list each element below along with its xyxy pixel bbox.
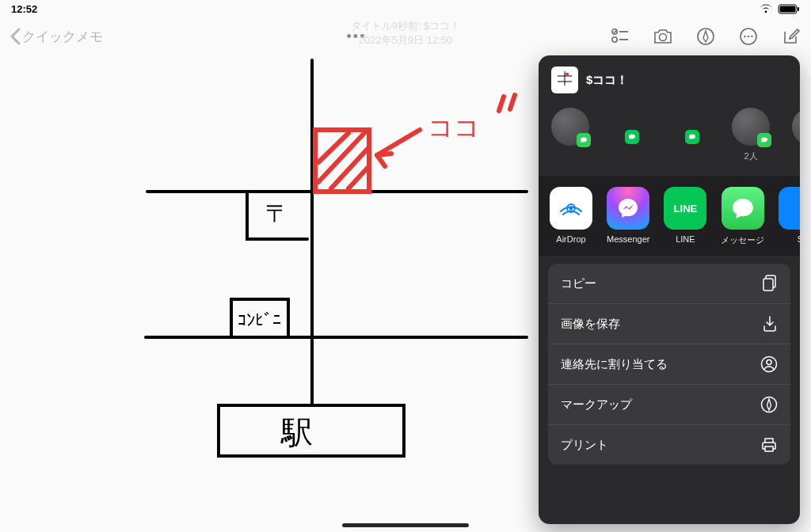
app-line[interactable]: LINE LINE bbox=[664, 187, 706, 246]
svg-point-7 bbox=[660, 34, 667, 41]
svg-point-10 bbox=[744, 36, 745, 37]
action-markup[interactable]: マークアップ bbox=[548, 384, 790, 424]
action-label: コピー bbox=[561, 276, 596, 291]
status-bar: 12:52 bbox=[0, 0, 811, 17]
svg-line-22 bbox=[348, 168, 367, 188]
print-icon bbox=[760, 436, 778, 454]
app-airdrop[interactable]: AirDrop bbox=[550, 187, 592, 246]
message-badge-icon bbox=[577, 133, 591, 147]
overflow-dots-icon[interactable]: ••• bbox=[347, 28, 367, 45]
share-contact[interactable] bbox=[551, 108, 589, 165]
more-circle-icon[interactable] bbox=[738, 26, 759, 47]
svg-line-21 bbox=[331, 149, 367, 188]
status-time: 12:52 bbox=[11, 3, 37, 15]
share-apps-row: AirDrop Messenger LINE LINE メッセージ S bbox=[539, 176, 800, 256]
svg-point-5 bbox=[612, 37, 617, 42]
app-label: S bbox=[798, 234, 800, 244]
app-label: AirDrop bbox=[556, 234, 585, 244]
line-badge-icon bbox=[625, 130, 639, 144]
sketch-koko-label: ココ bbox=[428, 113, 480, 142]
svg-line-24 bbox=[499, 97, 504, 111]
camera-icon[interactable] bbox=[653, 26, 673, 47]
action-label: 画像を保存 bbox=[561, 317, 620, 332]
svg-line-25 bbox=[510, 95, 515, 109]
contact-label: 2人 bbox=[744, 150, 757, 162]
share-actions: コピー 画像を保存 連絡先に割り当てる マークアップ プリント bbox=[539, 256, 800, 524]
svg-point-31 bbox=[569, 207, 573, 211]
action-print[interactable]: プリント bbox=[548, 424, 790, 465]
extra-app-icon bbox=[779, 187, 800, 230]
app-label: メッセージ bbox=[721, 234, 764, 246]
share-contact[interactable]: 2人 bbox=[732, 108, 770, 165]
battery-icon bbox=[778, 4, 800, 14]
copy-icon bbox=[762, 275, 778, 292]
action-label: マークアップ bbox=[561, 397, 632, 412]
app-messenger[interactable]: Messenger bbox=[607, 187, 649, 246]
svg-line-23 bbox=[377, 130, 420, 155]
sketch-station-label: 駅 bbox=[280, 415, 313, 450]
svg-point-35 bbox=[767, 360, 771, 365]
avatar bbox=[732, 108, 770, 146]
action-copy[interactable]: コピー bbox=[548, 264, 790, 303]
markup-pen-icon[interactable] bbox=[695, 26, 716, 47]
share-sheet: $ココ！ 2人 AirDrop bbox=[539, 55, 800, 524]
svg-rect-2 bbox=[798, 7, 799, 11]
share-contact[interactable] bbox=[672, 108, 710, 165]
svg-rect-1 bbox=[780, 6, 796, 12]
back-button[interactable]: クイックメモ bbox=[10, 28, 103, 46]
share-thumbnail bbox=[551, 66, 578, 93]
line-badge-icon bbox=[685, 130, 699, 144]
back-label: クイックメモ bbox=[22, 28, 103, 46]
message-badge-icon bbox=[757, 133, 771, 147]
action-save-image[interactable]: 画像を保存 bbox=[548, 303, 790, 344]
share-contacts-row: 2人 bbox=[539, 103, 800, 176]
share-contact[interactable] bbox=[611, 108, 649, 165]
app-message[interactable]: メッセージ bbox=[721, 187, 764, 246]
message-icon bbox=[722, 187, 764, 230]
download-icon bbox=[762, 315, 778, 332]
home-indicator bbox=[342, 523, 469, 527]
avatar bbox=[792, 108, 800, 146]
wifi-icon bbox=[759, 4, 773, 13]
svg-point-12 bbox=[751, 36, 752, 37]
sketch-post-label: 〒 bbox=[265, 200, 289, 226]
svg-point-11 bbox=[748, 36, 749, 37]
airdrop-icon bbox=[550, 187, 592, 230]
contact-icon bbox=[760, 355, 778, 373]
avatar bbox=[551, 108, 589, 146]
action-label: 連絡先に割り当てる bbox=[561, 357, 668, 372]
chevron-left-icon bbox=[10, 28, 21, 45]
share-title: $ココ！ bbox=[586, 73, 628, 88]
sketch-conv-label: ｺﾝﾋﾞﾆ bbox=[238, 310, 281, 330]
line-icon: LINE bbox=[664, 187, 706, 230]
share-contact[interactable] bbox=[792, 108, 800, 165]
svg-rect-29 bbox=[565, 73, 569, 76]
messenger-icon bbox=[607, 187, 649, 230]
app-label: LINE bbox=[676, 234, 695, 244]
app-extra[interactable]: S bbox=[779, 187, 800, 246]
action-assign-contact[interactable]: 連絡先に割り当てる bbox=[548, 344, 790, 384]
compose-icon[interactable] bbox=[781, 26, 801, 47]
action-label: プリント bbox=[561, 438, 608, 453]
toolbar: クイックメモ ••• bbox=[0, 19, 811, 54]
checklist-icon[interactable] bbox=[610, 26, 630, 47]
markup-icon bbox=[760, 396, 778, 413]
status-right bbox=[759, 4, 800, 14]
app-label: Messenger bbox=[607, 234, 649, 244]
svg-rect-33 bbox=[763, 279, 773, 291]
share-header: $ココ！ bbox=[539, 55, 800, 103]
